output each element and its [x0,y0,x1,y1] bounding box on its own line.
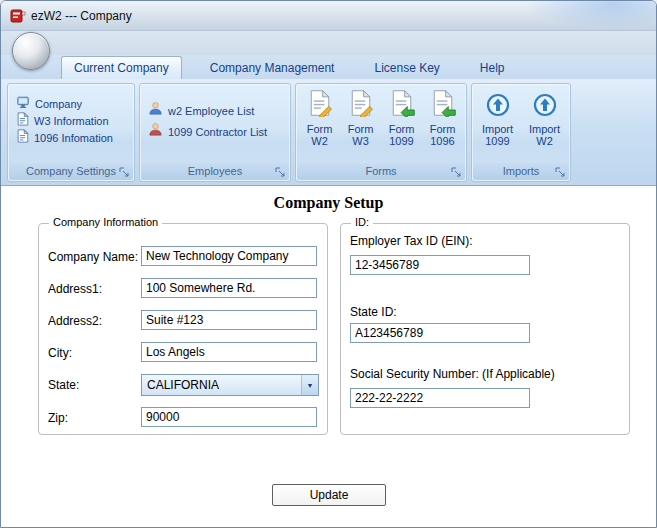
city-row: City: [39,342,327,364]
ribbon-item-1096-information[interactable]: 1096 Infomation [16,129,134,146]
address2-row: Address2: [39,310,327,332]
group-caption-company-settings: Company Settings [9,163,133,180]
id-group: ID: Employer Tax ID (EIN): State ID: Soc… [340,223,630,435]
form-1099-icon [382,89,422,121]
ribbon-item-label: w2 Employee List [168,105,254,117]
group-caption-label: Forms [365,165,396,177]
company-name-row: Company Name: [39,246,327,268]
ribbon-item-label: 1099 [382,135,422,147]
w3-form-icon [16,112,29,130]
application-menu-button[interactable] [12,32,50,70]
ssn-input[interactable] [350,388,530,408]
import-w2-icon [522,89,568,121]
address1-label: Address1: [48,282,102,296]
update-button[interactable]: Update [272,484,386,506]
id-legend: ID: [351,216,373,228]
ribbon-item-w3-information[interactable]: W3 Information [16,112,134,129]
ribbon-item-form-1099[interactable]: Form 1099 [382,88,422,147]
ribbon-item-w2-employee-list[interactable]: w2 Employee List [148,100,290,121]
contractor-person-icon [148,122,163,141]
ribbon-item-label: Form [423,123,463,135]
tab-help[interactable]: Help [468,57,517,79]
app-window: ezW2 --- Company ▼ Current Company Compa… [0,0,657,528]
ribbon: Company W3 Information [1,79,656,186]
form-1096-icon [16,129,29,147]
ein-input[interactable] [350,255,530,275]
state-selected-value: CALIFORNIA [142,375,301,395]
tab-company-management[interactable]: Company Management [198,57,347,79]
state-label: State: [48,378,79,392]
ribbon-item-label: Import [475,123,521,135]
ribbon-item-form-1096[interactable]: Form 1096 [423,88,463,147]
state-select[interactable]: CALIFORNIA ▼ [141,374,319,396]
state-id-input[interactable] [350,323,530,343]
ribbon-item-label: W2 [300,135,340,147]
ribbon-item-label: 1099 [475,135,521,147]
state-row: State: CALIFORNIA ▼ [39,374,327,396]
employee-person-icon [148,101,163,120]
ribbon-item-label: Form [382,123,422,135]
main-content: Company Setup Company Information Compan… [2,187,655,527]
employees-items: w2 Employee List 1099 Contractor List [140,84,290,142]
group-company-settings: Company W3 Information [7,83,135,182]
dialog-launcher-icon[interactable] [451,166,462,177]
group-caption-imports: Imports [473,163,569,180]
ribbon-item-label: W3 Information [34,115,109,127]
form-w2-icon [300,89,340,121]
imports-items: Import 1099 Import W2 [472,84,570,147]
form-w3-icon [341,89,381,121]
chevron-down-icon: ▼ [307,382,314,389]
ribbon-item-label: 1096 [423,135,463,147]
ein-label: Employer Tax ID (EIN): [350,234,472,248]
group-employees: w2 Employee List 1099 Contractor List Em… [139,83,291,182]
ssn-label: Social Security Number: (If Applicable) [350,367,555,381]
tab-license-key[interactable]: License Key [362,57,451,79]
ribbon-item-label: 1096 Infomation [34,132,113,144]
titlebar[interactable]: ezW2 --- Company [1,1,656,31]
ribbon-item-label: Form [300,123,340,135]
company-icon [16,95,30,113]
zip-label: Zip: [48,411,68,425]
address1-input[interactable] [141,278,317,298]
ribbon-item-label: W2 [522,135,568,147]
company-information-legend: Company Information [49,216,162,228]
group-caption-employees: Employees [141,163,289,180]
address2-input[interactable] [141,310,317,330]
city-label: City: [48,346,72,360]
ribbon-item-company[interactable]: Company [16,95,134,112]
group-caption-label: Imports [503,165,540,177]
dialog-launcher-icon[interactable] [555,166,566,177]
ribbon-item-import-1099[interactable]: Import 1099 [475,88,521,147]
ribbon-item-label: W3 [341,135,381,147]
app-icon [10,8,26,24]
ribbon-tab-strip: Current Company Company Management Licen… [1,55,656,79]
company-name-input[interactable] [141,246,317,266]
ribbon-item-label: Form [341,123,381,135]
group-forms: Form W2 Form W [295,83,467,182]
state-id-label: State ID: [350,305,397,319]
form-1096-icon [423,89,463,121]
ribbon-item-form-w2[interactable]: Form W2 [300,88,340,147]
ribbon-item-label: Company [35,98,82,110]
ribbon-item-form-w3[interactable]: Form W3 [341,88,381,147]
company-settings-items: Company W3 Information [8,84,134,146]
forms-items: Form W2 Form W [296,84,466,147]
ribbon-item-1099-contractor-list[interactable]: 1099 Contractor List [148,121,290,142]
zip-row: Zip: [39,407,327,429]
import-1099-icon [475,89,521,121]
ribbon-item-label: Import [522,123,568,135]
ribbon-item-label: 1099 Contractor List [168,126,267,138]
zip-input[interactable] [141,407,317,427]
ribbon-item-import-w2[interactable]: Import W2 [522,88,568,147]
company-name-label: Company Name: [48,250,138,264]
address2-label: Address2: [48,314,102,328]
group-caption-forms: Forms [297,163,465,180]
dialog-launcher-icon[interactable] [119,166,130,177]
tab-current-company[interactable]: Current Company [61,56,182,79]
page-title: Company Setup [2,194,655,212]
combo-dropdown-button[interactable]: ▼ [301,375,318,395]
city-input[interactable] [141,342,317,362]
group-imports: Import 1099 Import W2 Imports [471,83,571,182]
address1-row: Address1: [39,278,327,300]
dialog-launcher-icon[interactable] [275,166,286,177]
